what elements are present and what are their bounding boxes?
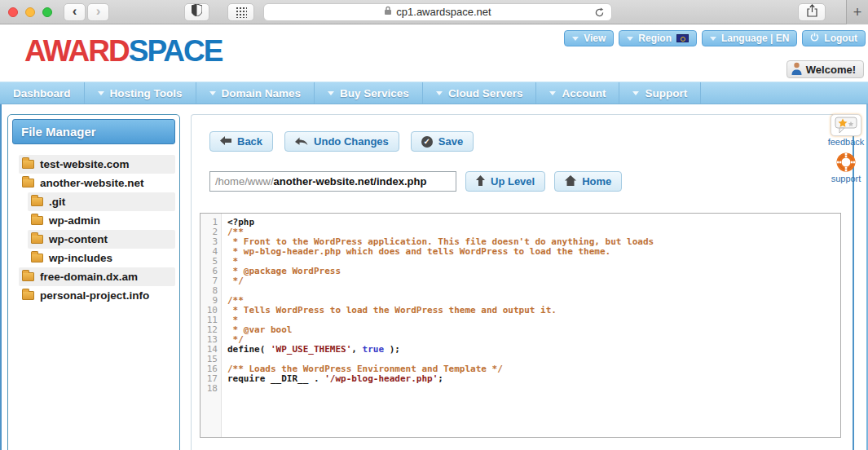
feedback-widget[interactable]: feedback [828,114,865,147]
chevron-down-icon [436,91,443,95]
code-segment: */ [227,276,244,286]
folder-label: .git [49,196,65,208]
nav-item-dashboard[interactable]: Dashboard [0,82,85,104]
share-button[interactable] [798,3,826,21]
folder-label: wp-includes [49,252,112,264]
code-segment: ); [384,344,400,355]
reload-icon[interactable] [594,7,605,20]
folder-label: free-domain.dx.am [40,271,138,283]
action-label: Logout [824,33,857,44]
code-segment: , [351,344,362,355]
nav-item-cloud-servers[interactable]: Cloud Servers [423,82,537,104]
nav-label: Domain Names [222,87,302,99]
support-widget[interactable]: support [831,151,861,183]
browser-forward-button[interactable]: › [87,3,109,21]
home-button[interactable]: Home [554,171,622,192]
nav-label: Support [645,87,687,99]
header-action-logout[interactable]: Logout [802,30,866,46]
code-segment: 'WP_USE_THEMES' [271,344,351,355]
window-controls [8,7,52,17]
tree-item-personal-project-info[interactable]: personal-project.info [19,286,175,305]
eu-flag-icon [676,34,689,42]
code-segment: define( [227,344,271,355]
tree-item-another-website-net[interactable]: another-website.net [19,174,175,192]
path-file-text: another-website.net/index.php [274,175,427,188]
undo-changes-button[interactable]: Undo Changes [284,131,399,152]
back-arrow-icon [220,135,231,148]
code-line: <?php [227,218,840,227]
up-level-label: Up Level [491,175,535,188]
chevron-down-icon [209,91,216,95]
nav-item-support[interactable]: Support [619,82,701,104]
privacy-report-button[interactable] [184,3,209,21]
save-button[interactable]: ✓ Save [411,131,474,152]
minimize-window-button[interactable] [25,7,35,17]
support-label: support [831,174,861,183]
tree-item-wp-admin[interactable]: wp-admin [28,211,175,230]
zoom-window-button[interactable] [42,7,52,17]
code-line: * [227,315,840,325]
code-line: * Tells WordPress to load the WordPress … [227,306,840,315]
action-label: View [584,33,606,44]
tree-item-wp-includes[interactable]: wp-includes [28,249,175,267]
path-prefix-text: /home/www/ [215,175,274,188]
nav-label: Buy Services [340,87,409,99]
code-segment: * wp-blog-header.php which does and tell… [227,246,610,257]
folder-label: wp-content [49,233,108,245]
logo-space-text: SPACE [129,34,223,68]
chevron-down-icon [572,37,579,41]
avatar-icon [791,62,802,77]
nav-item-buy-services[interactable]: Buy Services [315,82,423,104]
editor-gutter: 123456789101112131415161718 [200,214,222,437]
code-segment: * @package WordPress [227,266,341,276]
code-line: * @var bool [227,325,840,335]
path-input[interactable]: /home/www/another-website.net/index.php [209,171,456,192]
undo-icon [295,135,308,148]
browser-back-button[interactable]: ‹ [64,3,86,21]
nav-label: Cloud Servers [448,87,523,99]
tree-item-test-website-com[interactable]: test-website.com [19,155,175,174]
chevron-down-icon [549,91,556,95]
code-editor[interactable]: 123456789101112131415161718 <?php/** * F… [200,213,841,438]
editor-code[interactable]: <?php/** * Front to the WordPress applic… [222,214,840,437]
code-line: */ [227,276,840,286]
code-line [227,384,840,394]
nav-label: Hosting Tools [110,87,183,99]
header-action-view[interactable]: View [564,30,614,46]
header-action-region[interactable]: Region [619,30,697,46]
code-line: define( 'WP_USE_THEMES', true ); [227,345,840,355]
content: File Manager test-website.comanother-web… [0,104,868,450]
back-button[interactable]: Back [209,131,273,152]
chevron-down-icon [632,91,639,95]
code-segment: '/wp-blog-header.php' [324,373,438,384]
tree-item-free-domain-dx-am[interactable]: free-domain.dx.am [19,267,175,286]
nav-item-hosting-tools[interactable]: Hosting Tools [85,82,196,104]
chevron-down-icon [710,37,716,41]
life-ring-icon [831,151,861,173]
lock-icon [384,6,392,18]
path-row: /home/www/another-website.net/index.php … [209,171,844,192]
folder-tree: test-website.comanother-website.net.gitw… [12,155,175,305]
tree-item-git[interactable]: .git [28,192,175,211]
new-tab-button[interactable]: + [846,0,868,24]
code-segment: require __DIR__ . [227,373,324,384]
editor-toolbar: Back Undo Changes ✓ Save [209,131,844,152]
frequently-visited-button[interactable] [227,3,254,21]
code-segment: true [363,344,385,355]
home-icon [565,175,576,188]
save-label: Save [438,135,463,148]
awardspace-logo[interactable]: AWARDSPACE [24,34,222,68]
nav-item-account[interactable]: Account [536,82,619,104]
folder-icon [31,235,43,244]
undo-changes-label: Undo Changes [314,135,389,148]
nav-item-domain-names[interactable]: Domain Names [196,82,315,104]
address-bar[interactable]: cp1.awardspace.net [263,3,612,21]
up-level-button[interactable]: Up Level [465,171,545,192]
code-line: require __DIR__ . '/wp-blog-header.php'; [227,374,840,384]
code-segment: ; [438,373,443,384]
welcome-button[interactable]: Welcome! [786,60,864,78]
header-actions: ViewRegionLanguage | ENLogout [564,30,866,46]
header-action-language-en[interactable]: Language | EN [702,30,797,46]
tree-item-wp-content[interactable]: wp-content [28,230,175,249]
close-window-button[interactable] [8,7,18,17]
